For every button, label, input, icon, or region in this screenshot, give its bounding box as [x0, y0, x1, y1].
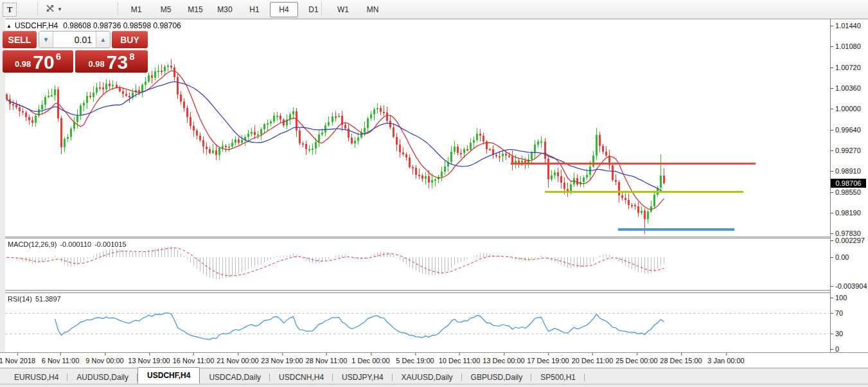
chart-tab[interactable]: SP500,H1 [531, 371, 585, 384]
timeframe-button[interactable]: H4 [270, 2, 298, 17]
time-axis-label: 13 Nov 19:00 [128, 357, 170, 364]
chart-tab[interactable]: EURUSD,H4 [5, 371, 67, 384]
one-click-trading-panel: SELL ▼ ▲ BUY 0.98 70 6 0.98 73 8 [3, 30, 148, 73]
price-axis-label: 0.99640 [831, 126, 868, 134]
chart-tab[interactable]: XAUUSD,Daily [393, 371, 462, 384]
chart-title: ▲USDCHF,H40.98608 0.98736 0.98598 0.9870… [6, 21, 181, 30]
rsi-label: RSI(14)51.3897 [8, 295, 61, 303]
sell-price-big-digits: 70 [33, 54, 54, 71]
price-axis-label: 0.98190 [831, 209, 868, 217]
price-axis-label: 0.99270 [831, 147, 868, 154]
collapse-panel-icon[interactable]: ▲ [6, 23, 12, 29]
timeframe-button[interactable]: D1 [299, 2, 328, 17]
symbol-period-label: USDCHF,H4 [15, 21, 58, 30]
price-axis-label: 1.00720 [831, 64, 868, 71]
chart-tab[interactable]: USDCNH,H4 [270, 371, 333, 384]
volume-input[interactable] [53, 32, 96, 48]
macd-canvas[interactable] [5, 239, 830, 290]
volume-stepper: ▼ ▲ [39, 31, 111, 48]
timeframe-button[interactable]: H1 [240, 2, 269, 17]
price-axis-label: 1.00000 [831, 105, 868, 113]
chart-tab[interactable]: USDCHF,H4 [137, 367, 200, 384]
sell-price-button[interactable]: 0.98 70 6 [3, 50, 73, 73]
time-axis[interactable]: 1 Nov 20186 Nov 11:009 Nov 00:0013 Nov 1… [0, 352, 868, 368]
buy-button[interactable]: BUY [112, 31, 148, 48]
volume-increase-button[interactable]: ▲ [96, 32, 110, 48]
chart-tab[interactable]: AUDUSD,Daily [67, 371, 137, 384]
chart-tab-bar: EURUSD,H4AUDUSD,DailyUSDCHF,H4USDCAD,Dai… [0, 368, 868, 384]
rsi-value: 51.3897 [35, 295, 61, 303]
chart-tab[interactable]: USDCAD,Daily [200, 371, 270, 384]
toolbar: T ▾ M1M5M15M30H1H4D1W1MN [0, 0, 868, 19]
buy-price-button[interactable]: 0.98 73 8 [75, 50, 148, 73]
macd-axis-label: -0.003904 [831, 282, 868, 290]
rsi-axis-label: 100 [831, 294, 868, 302]
timeframe-button[interactable]: M1 [122, 2, 150, 17]
price-axis-label: 0.98550 [831, 188, 868, 196]
arrows-icon [46, 4, 55, 15]
timeframe-button[interactable]: MN [359, 2, 387, 17]
time-axis-label: 1 Nov 2018 [0, 357, 35, 364]
current-price-badge: 0.98706 [831, 179, 866, 188]
text-tool-button[interactable]: T [3, 3, 17, 17]
time-axis-label: 20 Dec 11:00 [572, 357, 614, 364]
macd-label: MACD(12,26,9)-0.000110-0.001015 [8, 240, 127, 248]
time-axis-label: 28 Dec 15:00 [660, 357, 702, 364]
chevron-down-icon: ▾ [58, 6, 62, 12]
macd-axis-label: 0.002297 [831, 237, 868, 244]
toolbar-separator [321, 3, 322, 15]
time-axis-label: 5 Dec 19:00 [396, 357, 434, 364]
chart-tab[interactable]: USDJPY,H4 [333, 371, 392, 384]
time-axis-label: 25 Dec 00:00 [616, 357, 657, 364]
price-axis-label: 1.01440 [831, 22, 868, 30]
rsi-panel [5, 293, 830, 352]
buy-price-prefix: 0.98 [88, 59, 104, 69]
macd-panel [5, 239, 830, 290]
price-axis-label: 1.01080 [831, 42, 868, 50]
price-axis-label: 1.00360 [831, 84, 868, 92]
time-axis-label: 21 Nov 00:00 [217, 357, 258, 364]
time-axis-label: 6 Nov 11:00 [42, 357, 80, 364]
sell-price-pip-digit: 6 [56, 51, 61, 62]
time-axis-label: 17 Dec 19:00 [527, 357, 569, 364]
timeframe-button[interactable]: M30 [211, 2, 239, 17]
ohlc-values: 0.98608 0.98736 0.98598 0.98706 [63, 21, 181, 30]
rsi-axis-label: 30 [831, 330, 868, 338]
buy-price-pip-digit: 8 [129, 51, 134, 62]
sell-price-prefix: 0.98 [15, 59, 31, 69]
time-axis-label: 3 Jan 00:00 [707, 357, 745, 364]
time-axis-label: 16 Nov 11:00 [173, 357, 215, 364]
macd-axis-label: 0.00 [831, 253, 868, 261]
rsi-axis-label: 70 [831, 309, 868, 317]
chart-tab[interactable]: GBPUSD,Daily [462, 371, 532, 384]
timeframe-button[interactable]: M5 [152, 2, 180, 17]
timeframe-button[interactable]: W1 [329, 2, 357, 17]
macd-value-2: -0.001015 [94, 240, 127, 248]
rsi-canvas[interactable] [5, 293, 830, 352]
macd-value-1: -0.000110 [60, 240, 91, 248]
toolbar-separator [37, 3, 38, 15]
volume-decrease-button[interactable]: ▼ [39, 32, 53, 48]
buy-price-big-digits: 73 [107, 54, 128, 71]
metatrader-window: T ▾ M1M5M15M30H1H4D1W1MN ▲USDCHF,H40.98 [0, 0, 868, 387]
sell-button[interactable]: SELL [3, 31, 37, 48]
time-axis-label: 10 Dec 11:00 [439, 357, 481, 364]
time-axis-label: 1 Dec 00:00 [351, 357, 389, 364]
toolbar-separator [118, 3, 118, 15]
window-bottom-edge [0, 384, 868, 387]
time-axis-label: 9 Nov 00:00 [85, 357, 123, 364]
time-axis-label: 28 Nov 11:00 [306, 357, 348, 364]
timeframe-button[interactable]: M15 [181, 2, 209, 17]
timeframe-toolbar: M1M5M15M30H1H4D1W1MN [122, 2, 387, 16]
arrows-tool-button[interactable]: ▾ [42, 3, 64, 15]
time-axis-label: 13 Dec 00:00 [483, 357, 524, 364]
time-axis-label: 23 Nov 19:00 [261, 357, 303, 364]
price-axis-label: 0.98910 [831, 167, 868, 175]
